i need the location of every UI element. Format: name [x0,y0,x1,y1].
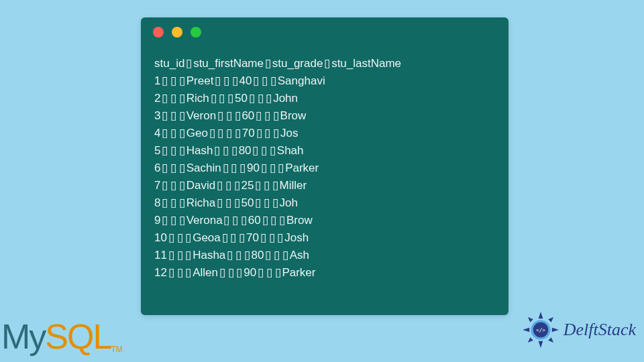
svg-marker-3 [552,328,559,333]
terminal-window: stu_id▯stu_firstName▯stu_grade▯stu_lastN… [141,17,508,315]
delftstack-logo: </> DelftStack [522,311,636,349]
svg-marker-2 [523,328,529,333]
svg-marker-5 [548,317,553,322]
mysql-logo-sql: SQL [45,317,111,356]
minimize-icon[interactable] [172,27,182,38]
close-icon[interactable] [153,27,164,38]
svg-text:</>: </> [536,327,545,333]
svg-marker-1 [538,341,543,348]
svg-marker-6 [528,337,533,343]
mysql-logo-my: My [1,317,45,356]
svg-marker-0 [538,312,543,318]
svg-marker-7 [548,337,553,343]
mysql-logo-tm: TM [111,345,122,354]
mysql-logo: MySQLTM [1,316,123,357]
terminal-output: stu_id▯stu_firstName▯stu_grade▯stu_lastN… [141,44,508,292]
delftstack-text: DelftStack [564,320,636,340]
delftstack-seal-icon: </> [522,311,559,349]
svg-marker-4 [528,317,533,322]
window-titlebar [141,17,508,44]
maximize-icon[interactable] [191,27,201,38]
